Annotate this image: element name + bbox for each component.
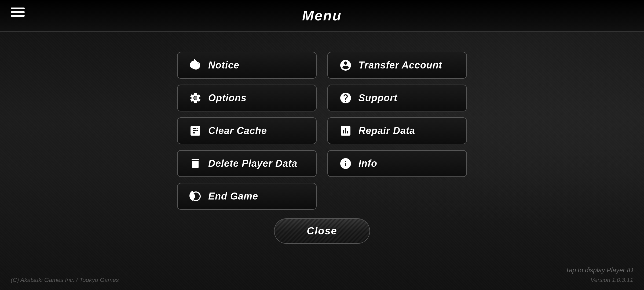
clear-cache-icon — [188, 124, 202, 138]
clear-cache-label: Clear Cache — [208, 125, 267, 136]
notice-label: Notice — [208, 60, 239, 71]
clear-cache-button[interactable]: Clear Cache — [177, 117, 317, 144]
info-button[interactable]: Info — [327, 150, 467, 177]
options-button[interactable]: Options — [177, 85, 317, 111]
delete-player-data-button[interactable]: Delete Player Data — [177, 150, 317, 177]
options-icon — [188, 91, 202, 105]
close-button[interactable]: Close — [274, 218, 370, 244]
close-label: Close — [307, 225, 337, 237]
player-id-prompt[interactable]: Tap to display Player ID — [565, 266, 633, 274]
repair-data-button[interactable]: Repair Data — [327, 117, 467, 144]
support-button[interactable]: Support — [327, 85, 467, 111]
support-label: Support — [358, 92, 397, 104]
end-game-button[interactable]: End Game — [177, 183, 317, 210]
info-icon — [339, 157, 353, 171]
transfer-account-label: Transfer Account — [358, 60, 442, 71]
close-button-wrap: Close — [274, 218, 370, 244]
svg-point-0 — [194, 61, 196, 63]
info-label: Info — [358, 158, 377, 169]
button-grid: Notice Transfer Account — [177, 52, 467, 210]
notice-button[interactable]: Notice — [177, 52, 317, 79]
delete-player-data-icon — [188, 157, 202, 171]
transfer-account-button[interactable]: Transfer Account — [327, 52, 467, 79]
repair-data-label: Repair Data — [358, 125, 415, 136]
version-text: Version 1.0.3.11 — [591, 277, 633, 284]
hamburger-button[interactable] — [11, 8, 25, 17]
end-game-label: End Game — [208, 191, 258, 202]
copyright-text: (C) Akatsuki Games Inc. / Toqkyo Games — [11, 277, 119, 284]
menu-content: Notice Transfer Account — [177, 52, 467, 244]
transfer-account-icon — [339, 58, 353, 72]
notice-icon — [188, 58, 202, 72]
repair-data-icon — [339, 124, 353, 138]
support-icon — [339, 91, 353, 105]
options-label: Options — [208, 92, 247, 104]
end-game-icon — [188, 189, 202, 203]
menu-container: Notice Transfer Account — [0, 0, 644, 290]
delete-player-data-label: Delete Player Data — [208, 158, 297, 169]
